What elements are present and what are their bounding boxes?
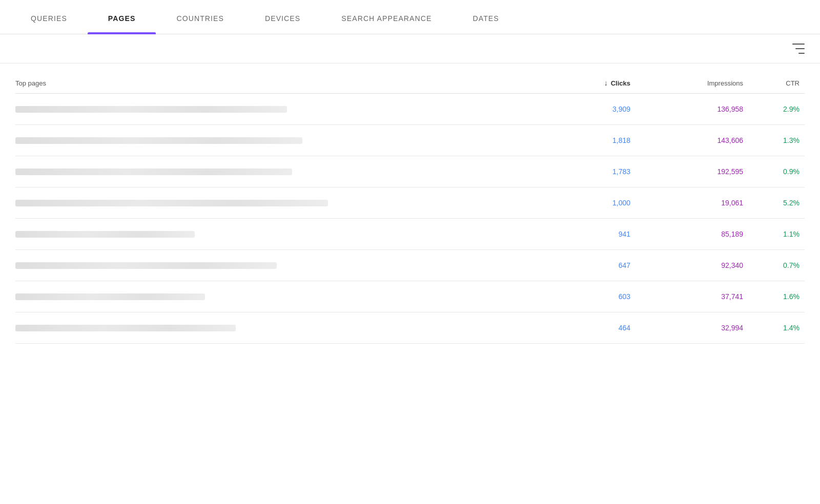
page-url-cell (15, 325, 528, 331)
table-row: 1,000 19,061 5.2% (15, 187, 805, 219)
sort-arrow-icon: ↓ (604, 79, 608, 87)
table-row: 941 85,189 1.1% (15, 219, 805, 250)
tab-search-appearance[interactable]: SEARCH APPEARANCE (321, 0, 452, 34)
ctr-value: 1.4% (743, 324, 805, 332)
header-ctr[interactable]: CTR (743, 79, 805, 87)
ctr-value: 1.6% (743, 292, 805, 301)
page-url-cell (15, 137, 528, 144)
blurred-url (15, 325, 236, 331)
clicks-value: 603 (528, 292, 630, 301)
tab-countries[interactable]: COUNTRIES (156, 0, 244, 34)
clicks-value: 1,818 (528, 136, 630, 144)
header-page: Top pages (15, 79, 528, 87)
blurred-url (15, 262, 277, 269)
page-url-cell (15, 200, 528, 206)
clicks-value: 3,909 (528, 105, 630, 113)
table-row: 3,909 136,958 2.9% (15, 94, 805, 125)
page-url-cell (15, 169, 528, 175)
ctr-value: 0.9% (743, 167, 805, 176)
tab-bar: QUERIES PAGES COUNTRIES DEVICES SEARCH A… (0, 0, 820, 34)
table-row: 464 32,994 1.4% (15, 312, 805, 344)
tab-dates[interactable]: DATES (452, 0, 519, 34)
ctr-value: 5.2% (743, 199, 805, 207)
table-row: 1,818 143,606 1.3% (15, 125, 805, 156)
clicks-value: 1,783 (528, 167, 630, 176)
tab-devices[interactable]: DEVICES (244, 0, 321, 34)
blurred-url (15, 231, 195, 238)
table-header: Top pages ↓ Clicks Impressions CTR (15, 69, 805, 94)
impressions-value: 19,061 (630, 199, 743, 207)
tab-queries[interactable]: QUERIES (10, 0, 88, 34)
impressions-value: 136,958 (630, 105, 743, 113)
tab-pages[interactable]: PAGES (88, 0, 156, 34)
impressions-value: 92,340 (630, 261, 743, 269)
header-impressions[interactable]: Impressions (630, 79, 743, 87)
page-url-cell (15, 231, 528, 238)
clicks-value: 1,000 (528, 199, 630, 207)
ctr-value: 1.3% (743, 136, 805, 144)
impressions-value: 85,189 (630, 230, 743, 238)
clicks-value: 647 (528, 261, 630, 269)
page-url-cell (15, 106, 528, 113)
table-row: 603 37,741 1.6% (15, 281, 805, 312)
page-url-cell (15, 262, 528, 269)
clicks-value: 464 (528, 324, 630, 332)
blurred-url (15, 293, 205, 300)
table-row: 647 92,340 0.7% (15, 250, 805, 281)
blurred-url (15, 200, 328, 206)
data-table: Top pages ↓ Clicks Impressions CTR 3,909… (0, 64, 820, 359)
impressions-value: 37,741 (630, 292, 743, 301)
page-url-cell (15, 293, 528, 300)
ctr-value: 2.9% (743, 105, 805, 113)
toolbar (0, 34, 820, 64)
filter-icon[interactable] (792, 44, 805, 54)
blurred-url (15, 106, 287, 113)
impressions-value: 192,595 (630, 167, 743, 176)
impressions-value: 143,606 (630, 136, 743, 144)
impressions-value: 32,994 (630, 324, 743, 332)
header-clicks[interactable]: ↓ Clicks (528, 79, 630, 87)
blurred-url (15, 137, 302, 144)
tabs-container: QUERIES PAGES COUNTRIES DEVICES SEARCH A… (0, 0, 820, 34)
ctr-value: 0.7% (743, 261, 805, 269)
blurred-url (15, 169, 292, 175)
table-row: 1,783 192,595 0.9% (15, 156, 805, 187)
clicks-value: 941 (528, 230, 630, 238)
ctr-value: 1.1% (743, 230, 805, 238)
